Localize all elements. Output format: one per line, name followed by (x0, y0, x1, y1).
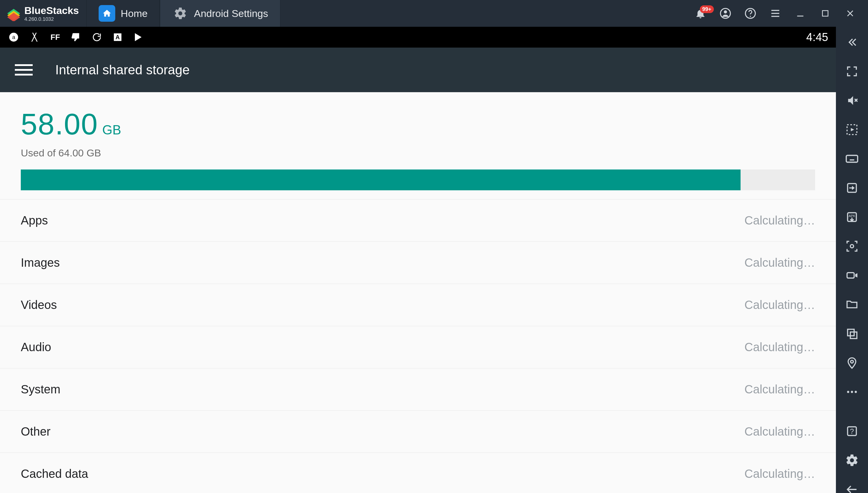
brand-block: BlueStacks 4.260.0.1032 (0, 0, 85, 27)
category-value: Calculating… (745, 383, 815, 396)
bluestacks-logo-icon (6, 6, 21, 21)
svg-point-20 (854, 391, 857, 393)
svg-point-17 (850, 360, 853, 363)
category-label: Other (21, 425, 50, 438)
settings-app-icon (172, 5, 189, 22)
hamburger-menu-button[interactable] (763, 0, 787, 27)
android-back-button[interactable] (842, 480, 862, 493)
svg-text:APK: APK (849, 214, 855, 218)
category-apps[interactable]: Apps Calculating… (0, 199, 836, 241)
storage-summary: 58.00 GB Used of 64.00 GB (0, 92, 836, 199)
category-value: Calculating… (745, 425, 815, 438)
status-play-store-icon (133, 31, 144, 43)
android-viewport: a FF A 4:45 (0, 27, 836, 493)
android-status-bar: a FF A 4:45 (0, 27, 836, 48)
fullscreen-button[interactable] (842, 62, 862, 81)
record-screen-button[interactable] (842, 266, 862, 285)
media-folder-button[interactable] (842, 295, 862, 314)
used-value: 58.00 (21, 107, 98, 141)
keyboard-controls-button[interactable] (842, 149, 862, 168)
tab-home[interactable]: Home (87, 0, 160, 27)
category-value: Calculating… (745, 214, 815, 227)
page-title: Internal shared storage (55, 62, 190, 77)
more-tools-button[interactable] (842, 382, 862, 402)
status-a-box-icon: A (112, 31, 123, 43)
category-label: Videos (21, 298, 57, 312)
svg-point-19 (851, 391, 853, 393)
svg-text:A: A (116, 34, 120, 40)
tab-android-settings[interactable]: Android Settings (160, 0, 280, 27)
storage-category-list: Apps Calculating… Images Calculating… Vi… (0, 199, 836, 493)
install-apk-shortcut-button[interactable] (842, 178, 862, 197)
svg-text:?: ? (850, 427, 854, 435)
settings-gear-button[interactable] (842, 451, 862, 470)
category-value: Calculating… (745, 298, 815, 312)
category-label: Apps (21, 214, 48, 227)
home-app-icon (99, 5, 115, 22)
tab-android-settings-label: Android Settings (194, 8, 268, 19)
multi-instance-button[interactable] (842, 324, 862, 343)
guide-button[interactable]: ? (842, 422, 862, 441)
category-value: Calculating… (745, 467, 815, 480)
brand-version: 4.260.0.1032 (24, 17, 79, 22)
status-app-icon: a (8, 31, 20, 43)
storage-bar-fill (21, 170, 740, 190)
category-label: Cached data (21, 467, 88, 480)
collapse-sidebar-button[interactable] (842, 33, 862, 52)
svg-rect-9 (846, 155, 858, 162)
brand-name: BlueStacks (24, 5, 79, 16)
storage-bar (21, 170, 815, 190)
category-label: System (21, 383, 60, 396)
svg-point-1 (724, 10, 727, 14)
drawer-hamburger-button[interactable] (15, 61, 33, 79)
category-cached-data[interactable]: Cached data Calculating… (0, 453, 836, 493)
svg-point-13 (850, 245, 854, 248)
keymap-overlay-button[interactable] (842, 120, 862, 139)
notifications-button[interactable]: 99+ (689, 0, 712, 27)
tab-home-label: Home (121, 8, 147, 19)
svg-rect-3 (823, 11, 828, 16)
tab-strip: Home Android Settings (87, 0, 280, 27)
help-button[interactable] (738, 0, 762, 27)
category-label: Images (21, 256, 60, 270)
category-videos[interactable]: Videos Calculating… (0, 284, 836, 326)
install-apk-button[interactable]: APK (842, 208, 862, 227)
volume-mute-button[interactable] (842, 91, 862, 110)
android-header: Internal shared storage (0, 48, 836, 92)
category-label: Audio (21, 341, 51, 354)
notification-badge: 99+ (700, 5, 714, 13)
status-thumbs-down-icon (70, 31, 82, 43)
category-audio[interactable]: Audio Calculating… (0, 326, 836, 368)
category-other[interactable]: Other Calculating… (0, 410, 836, 453)
titlebar-right: 99+ (689, 0, 868, 27)
status-refresh-icon (91, 31, 103, 43)
location-button[interactable] (842, 353, 862, 372)
category-value: Calculating… (745, 256, 815, 270)
account-button[interactable] (713, 0, 737, 27)
right-toolbar: APK ? (836, 27, 868, 493)
titlebar: BlueStacks 4.260.0.1032 Home Android Set… (0, 0, 868, 27)
close-window-button[interactable] (838, 0, 862, 27)
category-value: Calculating… (745, 341, 815, 354)
status-ff-icon: FF (49, 31, 61, 43)
minimize-window-button[interactable] (789, 0, 812, 27)
used-subtext: Used of 64.00 GB (21, 147, 815, 159)
screenshot-button[interactable] (842, 237, 862, 256)
used-unit: GB (102, 123, 121, 137)
maximize-window-button[interactable] (813, 0, 837, 27)
status-clock: 4:45 (806, 31, 828, 44)
status-antenna-icon (28, 31, 40, 43)
svg-point-18 (847, 391, 849, 393)
svg-rect-14 (847, 273, 854, 278)
category-images[interactable]: Images Calculating… (0, 241, 836, 284)
category-system[interactable]: System Calculating… (0, 368, 836, 410)
svg-text:a: a (12, 34, 16, 40)
